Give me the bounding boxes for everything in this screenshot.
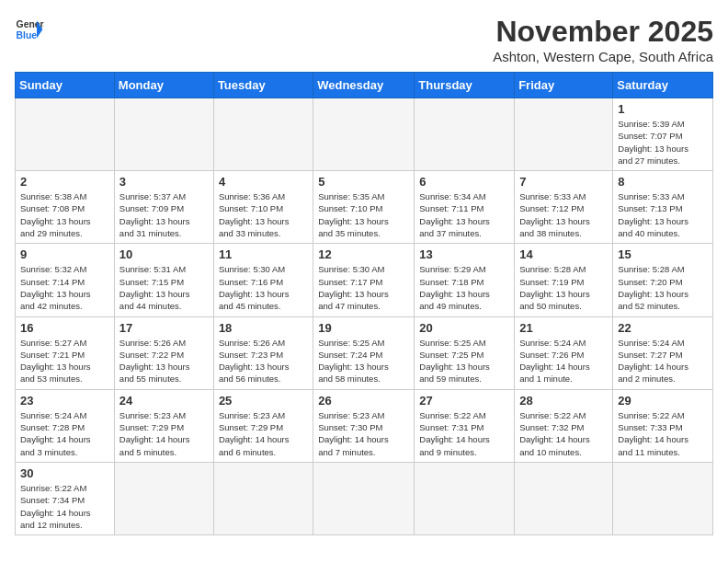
day-info: Sunrise: 5:33 AM Sunset: 7:13 PM Dayligh… <box>618 190 708 239</box>
calendar-week-row: 23Sunrise: 5:24 AM Sunset: 7:28 PM Dayli… <box>16 389 713 462</box>
day-number: 1 <box>618 102 708 116</box>
calendar-cell: 13Sunrise: 5:29 AM Sunset: 7:18 PM Dayli… <box>415 244 515 316</box>
calendar-cell: 26Sunrise: 5:23 AM Sunset: 7:30 PM Dayli… <box>313 389 415 462</box>
day-number: 3 <box>119 175 209 189</box>
weekday-header-monday: Monday <box>114 73 213 98</box>
calendar-cell <box>313 462 415 534</box>
calendar-cell <box>515 98 613 171</box>
calendar-cell: 1Sunrise: 5:39 AM Sunset: 7:07 PM Daylig… <box>613 98 713 171</box>
day-info: Sunrise: 5:29 AM Sunset: 7:18 PM Dayligh… <box>419 263 509 312</box>
day-info: Sunrise: 5:36 AM Sunset: 7:10 PM Dayligh… <box>219 190 308 239</box>
calendar-cell: 18Sunrise: 5:26 AM Sunset: 7:23 PM Dayli… <box>213 316 313 389</box>
day-info: Sunrise: 5:32 AM Sunset: 7:14 PM Dayligh… <box>20 263 109 312</box>
day-info: Sunrise: 5:24 AM Sunset: 7:27 PM Dayligh… <box>618 337 708 385</box>
weekday-header-wednesday: Wednesday <box>313 73 415 98</box>
calendar-table: SundayMondayTuesdayWednesdayThursdayFrid… <box>15 72 713 535</box>
day-number: 19 <box>318 321 409 335</box>
day-number: 2 <box>20 175 109 189</box>
day-number: 23 <box>20 394 109 408</box>
calendar-cell: 19Sunrise: 5:25 AM Sunset: 7:24 PM Dayli… <box>313 316 415 389</box>
day-info: Sunrise: 5:38 AM Sunset: 7:08 PM Dayligh… <box>20 190 109 239</box>
day-info: Sunrise: 5:26 AM Sunset: 7:22 PM Dayligh… <box>119 337 209 385</box>
calendar-week-row: 2Sunrise: 5:38 AM Sunset: 7:08 PM Daylig… <box>16 171 713 244</box>
day-number: 11 <box>219 247 308 261</box>
calendar-cell: 3Sunrise: 5:37 AM Sunset: 7:09 PM Daylig… <box>114 171 213 244</box>
day-number: 9 <box>20 247 109 261</box>
day-info: Sunrise: 5:28 AM Sunset: 7:20 PM Dayligh… <box>618 263 708 312</box>
day-info: Sunrise: 5:22 AM Sunset: 7:33 PM Dayligh… <box>618 409 708 458</box>
day-info: Sunrise: 5:30 AM Sunset: 7:16 PM Dayligh… <box>219 263 308 312</box>
day-number: 8 <box>618 175 708 189</box>
calendar-cell <box>213 98 313 171</box>
day-info: Sunrise: 5:23 AM Sunset: 7:29 PM Dayligh… <box>119 409 209 458</box>
calendar-cell: 7Sunrise: 5:33 AM Sunset: 7:12 PM Daylig… <box>515 171 613 244</box>
day-number: 5 <box>318 175 409 189</box>
day-info: Sunrise: 5:35 AM Sunset: 7:10 PM Dayligh… <box>318 190 409 239</box>
calendar-cell <box>16 98 115 171</box>
day-info: Sunrise: 5:33 AM Sunset: 7:12 PM Dayligh… <box>519 190 608 239</box>
day-number: 18 <box>219 321 308 335</box>
day-info: Sunrise: 5:31 AM Sunset: 7:15 PM Dayligh… <box>119 263 209 312</box>
day-number: 16 <box>20 321 109 335</box>
month-year-title: November 2025 <box>493 15 713 49</box>
calendar-cell: 28Sunrise: 5:22 AM Sunset: 7:32 PM Dayli… <box>515 389 613 462</box>
calendar-cell: 12Sunrise: 5:30 AM Sunset: 7:17 PM Dayli… <box>313 244 415 316</box>
title-block: November 2025 Ashton, Western Cape, Sout… <box>493 15 713 64</box>
calendar-cell: 25Sunrise: 5:23 AM Sunset: 7:29 PM Dayli… <box>213 389 313 462</box>
day-number: 15 <box>618 247 708 261</box>
calendar-cell: 6Sunrise: 5:34 AM Sunset: 7:11 PM Daylig… <box>415 171 515 244</box>
day-info: Sunrise: 5:24 AM Sunset: 7:26 PM Dayligh… <box>519 337 608 385</box>
calendar-cell <box>213 462 313 534</box>
weekday-header-friday: Friday <box>515 73 613 98</box>
day-info: Sunrise: 5:34 AM Sunset: 7:11 PM Dayligh… <box>419 190 509 239</box>
calendar-cell: 14Sunrise: 5:28 AM Sunset: 7:19 PM Dayli… <box>515 244 613 316</box>
day-info: Sunrise: 5:25 AM Sunset: 7:25 PM Dayligh… <box>419 337 509 385</box>
calendar-cell: 4Sunrise: 5:36 AM Sunset: 7:10 PM Daylig… <box>213 171 313 244</box>
calendar-cell: 10Sunrise: 5:31 AM Sunset: 7:15 PM Dayli… <box>114 244 213 316</box>
calendar-cell <box>613 462 713 534</box>
calendar-cell: 15Sunrise: 5:28 AM Sunset: 7:20 PM Dayli… <box>613 244 713 316</box>
calendar-week-row: 9Sunrise: 5:32 AM Sunset: 7:14 PM Daylig… <box>16 244 713 316</box>
calendar-cell: 29Sunrise: 5:22 AM Sunset: 7:33 PM Dayli… <box>613 389 713 462</box>
logo-icon: General Blue <box>15 15 44 44</box>
calendar-cell <box>415 462 515 534</box>
calendar-cell: 21Sunrise: 5:24 AM Sunset: 7:26 PM Dayli… <box>515 316 613 389</box>
calendar-cell <box>114 98 213 171</box>
day-number: 26 <box>318 394 409 408</box>
weekday-header-row: SundayMondayTuesdayWednesdayThursdayFrid… <box>16 73 713 98</box>
calendar-cell: 5Sunrise: 5:35 AM Sunset: 7:10 PM Daylig… <box>313 171 415 244</box>
day-number: 22 <box>618 321 708 335</box>
weekday-header-tuesday: Tuesday <box>213 73 313 98</box>
day-info: Sunrise: 5:23 AM Sunset: 7:30 PM Dayligh… <box>318 409 409 458</box>
calendar-cell: 16Sunrise: 5:27 AM Sunset: 7:21 PM Dayli… <box>16 316 115 389</box>
calendar-cell <box>515 462 613 534</box>
day-info: Sunrise: 5:28 AM Sunset: 7:19 PM Dayligh… <box>519 263 608 312</box>
day-number: 20 <box>419 321 509 335</box>
day-info: Sunrise: 5:25 AM Sunset: 7:24 PM Dayligh… <box>318 337 409 385</box>
day-number: 28 <box>519 394 608 408</box>
day-info: Sunrise: 5:37 AM Sunset: 7:09 PM Dayligh… <box>119 190 209 239</box>
calendar-week-row: 30Sunrise: 5:22 AM Sunset: 7:34 PM Dayli… <box>16 462 713 534</box>
day-number: 4 <box>219 175 308 189</box>
calendar-cell: 11Sunrise: 5:30 AM Sunset: 7:16 PM Dayli… <box>213 244 313 316</box>
calendar-cell: 27Sunrise: 5:22 AM Sunset: 7:31 PM Dayli… <box>415 389 515 462</box>
calendar-cell: 24Sunrise: 5:23 AM Sunset: 7:29 PM Dayli… <box>114 389 213 462</box>
day-number: 25 <box>219 394 308 408</box>
page-header: General Blue November 2025 Ashton, Weste… <box>15 15 713 64</box>
calendar-cell: 30Sunrise: 5:22 AM Sunset: 7:34 PM Dayli… <box>16 462 115 534</box>
day-number: 24 <box>119 394 209 408</box>
day-number: 10 <box>119 247 209 261</box>
day-number: 6 <box>419 175 509 189</box>
day-number: 14 <box>519 247 608 261</box>
day-info: Sunrise: 5:26 AM Sunset: 7:23 PM Dayligh… <box>219 337 308 385</box>
calendar-cell: 23Sunrise: 5:24 AM Sunset: 7:28 PM Dayli… <box>16 389 115 462</box>
day-number: 29 <box>618 394 708 408</box>
day-info: Sunrise: 5:24 AM Sunset: 7:28 PM Dayligh… <box>20 409 109 458</box>
calendar-cell: 8Sunrise: 5:33 AM Sunset: 7:13 PM Daylig… <box>613 171 713 244</box>
day-info: Sunrise: 5:39 AM Sunset: 7:07 PM Dayligh… <box>618 118 708 167</box>
calendar-cell: 20Sunrise: 5:25 AM Sunset: 7:25 PM Dayli… <box>415 316 515 389</box>
day-info: Sunrise: 5:22 AM Sunset: 7:34 PM Dayligh… <box>20 482 109 531</box>
calendar-cell: 9Sunrise: 5:32 AM Sunset: 7:14 PM Daylig… <box>16 244 115 316</box>
logo: General Blue <box>15 15 44 44</box>
day-info: Sunrise: 5:27 AM Sunset: 7:21 PM Dayligh… <box>20 337 109 385</box>
